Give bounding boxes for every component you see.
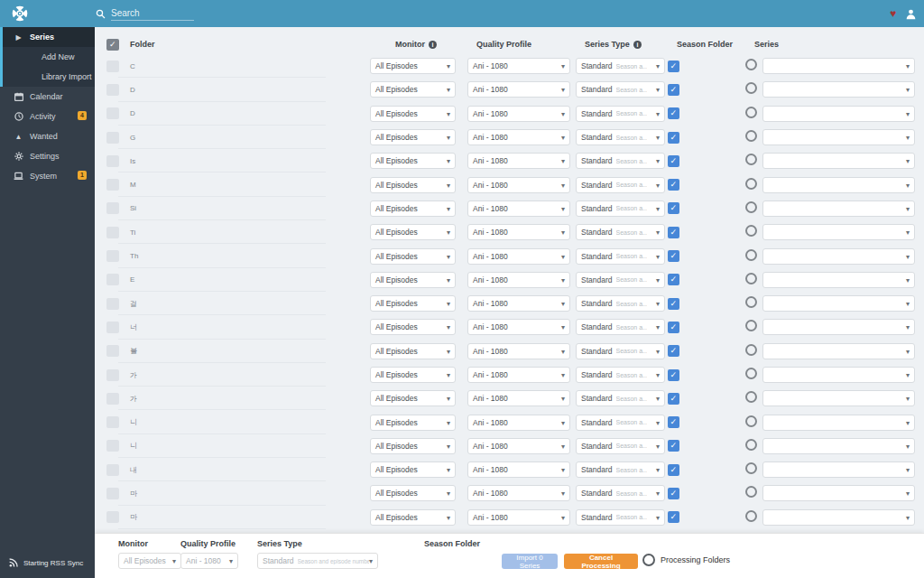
donate-heart-icon[interactable]: ♥ (890, 8, 896, 19)
footer-monitor-select[interactable]: All Episodes (118, 553, 181, 569)
series-type-select[interactable]: Standard Season a... (576, 153, 665, 169)
sidebar-item-calendar[interactable]: Calendar (0, 87, 95, 107)
quality-profile-select[interactable]: Ani - 1080 (467, 248, 570, 265)
season-folder-checkbox[interactable] (668, 84, 679, 96)
series-select[interactable] (762, 343, 915, 359)
row-checkbox[interactable] (106, 274, 119, 285)
sidebar-item-add-new[interactable]: Add New (3, 47, 95, 67)
quality-profile-select[interactable]: Ani - 1080 (467, 415, 570, 431)
quality-profile-select[interactable]: Ani - 1080 (467, 343, 570, 359)
monitor-select[interactable]: All Episodes (370, 129, 456, 145)
series-select[interactable] (762, 367, 915, 383)
series-select[interactable] (762, 200, 915, 217)
series-select[interactable] (762, 272, 915, 288)
season-folder-checkbox[interactable] (668, 298, 679, 310)
series-select[interactable] (762, 485, 915, 501)
sidebar-item-settings[interactable]: Settings (0, 146, 95, 166)
footer-series-type-select[interactable]: Standard Season and episode numbers (S01… (257, 553, 378, 569)
row-checkbox[interactable] (106, 464, 119, 476)
quality-profile-select[interactable]: Ani - 1080 (467, 129, 570, 145)
season-folder-checkbox[interactable] (668, 322, 679, 333)
series-type-select[interactable]: Standard Season a... (576, 438, 665, 454)
series-type-select[interactable]: Standard Season a... (576, 177, 665, 193)
monitor-select[interactable]: All Episodes (370, 248, 456, 265)
series-select[interactable] (762, 129, 915, 145)
search-input[interactable] (111, 6, 194, 21)
series-type-select[interactable]: Standard Season a... (576, 295, 665, 312)
season-folder-checkbox[interactable] (668, 488, 679, 499)
monitor-select[interactable]: All Episodes (370, 509, 456, 526)
monitor-select[interactable]: All Episodes (370, 485, 456, 501)
series-type-select[interactable]: Standard Season a... (576, 343, 665, 359)
quality-profile-select[interactable]: Ani - 1080 (467, 509, 570, 526)
series-type-select[interactable]: Standard Season a... (576, 461, 665, 478)
season-folder-checkbox[interactable] (668, 132, 679, 144)
series-type-select[interactable]: Standard Season a... (576, 81, 665, 98)
series-type-select[interactable]: Standard Season a... (576, 367, 665, 383)
quality-profile-select[interactable]: Ani - 1080 (467, 367, 570, 383)
sidebar-item-system[interactable]: System 1 (0, 166, 95, 186)
series-select[interactable] (762, 509, 915, 526)
season-folder-checkbox[interactable] (668, 464, 679, 476)
series-type-select[interactable]: Standard Season a... (576, 415, 665, 431)
series-select[interactable] (762, 177, 915, 193)
sidebar-item-wanted[interactable]: ▲ Wanted (0, 126, 95, 146)
quality-profile-select[interactable]: Ani - 1080 (467, 224, 570, 240)
monitor-select[interactable]: All Episodes (370, 58, 456, 74)
sidebar-item-library-import[interactable]: Library Import (3, 67, 95, 87)
season-folder-checkbox[interactable] (668, 107, 679, 119)
row-checkbox[interactable] (106, 511, 119, 523)
row-checkbox[interactable] (106, 322, 119, 333)
row-checkbox[interactable] (106, 61, 119, 72)
season-folder-checkbox[interactable] (668, 416, 679, 428)
quality-profile-select[interactable]: Ani - 1080 (467, 438, 570, 454)
monitor-select[interactable]: All Episodes (370, 177, 456, 193)
series-select[interactable] (762, 153, 915, 169)
series-type-select[interactable]: Standard Season a... (576, 485, 665, 501)
quality-profile-select[interactable]: Ani - 1080 (467, 295, 570, 312)
season-folder-checkbox[interactable] (668, 345, 679, 357)
series-type-select[interactable]: Standard Season a... (576, 106, 665, 122)
quality-profile-select[interactable]: Ani - 1080 (467, 106, 570, 122)
series-select[interactable] (762, 461, 915, 478)
cancel-processing-button[interactable]: Cancel Processing (564, 554, 638, 569)
season-folder-checkbox[interactable] (668, 202, 679, 214)
season-folder-checkbox[interactable] (668, 179, 679, 191)
info-icon[interactable]: i (633, 41, 642, 49)
season-folder-checkbox[interactable] (668, 369, 679, 381)
monitor-select[interactable]: All Episodes (370, 390, 456, 406)
import-series-button[interactable]: Import 0 Series (502, 554, 558, 569)
quality-profile-select[interactable]: Ani - 1080 (467, 200, 570, 217)
monitor-select[interactable]: All Episodes (370, 81, 456, 98)
monitor-select[interactable]: All Episodes (370, 438, 456, 454)
quality-profile-select[interactable]: Ani - 1080 (467, 319, 570, 335)
monitor-select[interactable]: All Episodes (370, 224, 456, 240)
series-type-select[interactable]: Standard Season a... (576, 248, 665, 265)
quality-profile-select[interactable]: Ani - 1080 (467, 390, 570, 406)
monitor-select[interactable]: All Episodes (370, 106, 456, 122)
series-select[interactable] (762, 224, 915, 240)
row-checkbox[interactable] (106, 179, 119, 191)
series-select[interactable] (762, 248, 915, 265)
row-checkbox[interactable] (106, 107, 119, 119)
monitor-select[interactable]: All Episodes (370, 461, 456, 478)
season-folder-checkbox[interactable] (668, 250, 679, 262)
select-all-checkbox[interactable] (106, 39, 119, 51)
quality-profile-select[interactable]: Ani - 1080 (467, 272, 570, 288)
series-select[interactable] (762, 415, 915, 431)
monitor-select[interactable]: All Episodes (370, 272, 456, 288)
quality-profile-select[interactable]: Ani - 1080 (467, 58, 570, 74)
monitor-select[interactable]: All Episodes (370, 295, 456, 312)
row-checkbox[interactable] (106, 440, 119, 452)
season-folder-checkbox[interactable] (668, 155, 679, 167)
series-select[interactable] (762, 438, 915, 454)
series-select[interactable] (762, 106, 915, 122)
row-checkbox[interactable] (106, 488, 119, 499)
series-type-select[interactable]: Standard Season a... (576, 200, 665, 217)
row-checkbox[interactable] (106, 345, 119, 357)
series-select[interactable] (762, 319, 915, 335)
row-checkbox[interactable] (106, 132, 119, 144)
user-icon[interactable] (905, 8, 917, 20)
monitor-select[interactable]: All Episodes (370, 367, 456, 383)
monitor-select[interactable]: All Episodes (370, 343, 456, 359)
